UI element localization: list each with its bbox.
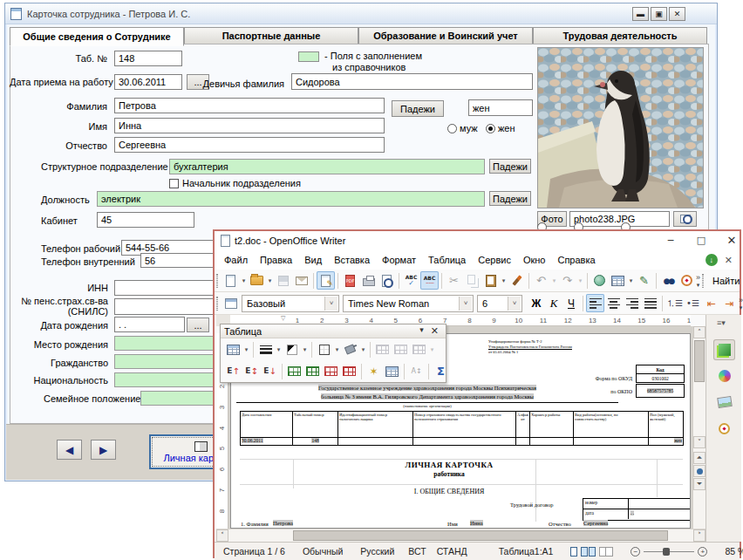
- navigator-icon[interactable]: [678, 271, 696, 290]
- align-right-icon[interactable]: [623, 294, 641, 312]
- scroll-left-icon[interactable]: ˂: [216, 529, 228, 542]
- insert-table-icon[interactable]: [224, 340, 242, 359]
- redo-dropdown[interactable]: [576, 271, 584, 290]
- italic-button[interactable]: К: [545, 295, 562, 312]
- status-zoom-value[interactable]: 85 %: [716, 546, 743, 557]
- prev-record-button[interactable]: ◀: [57, 440, 82, 460]
- status-page-style[interactable]: Обычный: [294, 546, 351, 557]
- toolbar-grip[interactable]: [216, 274, 218, 288]
- middle-name-field[interactable]: Сергеевна: [114, 137, 385, 153]
- tab-passport[interactable]: Паспортные данные: [184, 27, 358, 44]
- open-icon[interactable]: [248, 271, 266, 290]
- position-field[interactable]: электрик: [97, 191, 485, 207]
- export-pdf-icon[interactable]: PDF: [341, 271, 359, 290]
- spellcheck-icon[interactable]: ABC✓: [402, 271, 420, 290]
- new-document-icon[interactable]: [222, 271, 240, 290]
- gender-female-radio[interactable]: жен: [486, 123, 515, 133]
- increase-indent-icon[interactable]: ⇥: [720, 294, 739, 312]
- zoom-out-icon[interactable]: −: [631, 547, 640, 557]
- indent-marker-icon[interactable]: ▽: [281, 315, 285, 322]
- find-toolbar-grip[interactable]: [702, 274, 704, 288]
- scroll-right-icon[interactable]: ˃: [693, 529, 706, 542]
- update-available-icon[interactable]: ↓: [706, 254, 718, 266]
- table-dropdown[interactable]: [627, 271, 635, 290]
- horizontal-scrollbar[interactable]: ˂ ˃: [216, 529, 706, 542]
- autoformat-icon[interactable]: ✶: [365, 362, 383, 380]
- hyperlink-icon[interactable]: [590, 271, 609, 290]
- table-icon[interactable]: [609, 271, 627, 290]
- numbered-list-icon[interactable]: ⒈☰: [665, 294, 684, 312]
- zoom-in-icon[interactable]: +: [698, 547, 707, 557]
- department-field[interactable]: бухгалтерия: [169, 159, 485, 174]
- writer-close-button[interactable]: ✕: [719, 231, 743, 249]
- sidebar-settings-icon[interactable]: ≡▾: [717, 318, 726, 327]
- decrease-indent-icon[interactable]: ⇤: [702, 294, 720, 312]
- menu-table[interactable]: Таблица: [422, 253, 472, 267]
- open-dropdown[interactable]: [266, 271, 274, 290]
- sidebar-styles-icon[interactable]: [713, 365, 735, 386]
- toolbar-grip[interactable]: [216, 297, 218, 311]
- toolbar-overflow[interactable]: »▾: [696, 271, 700, 290]
- paste-icon[interactable]: [481, 271, 500, 290]
- background-color-icon[interactable]: [341, 340, 359, 359]
- new-dropdown[interactable]: [240, 271, 248, 290]
- font-size-select[interactable]: 6˅: [477, 295, 522, 312]
- border-color-icon[interactable]: [283, 340, 301, 359]
- split-cells-icon[interactable]: [392, 340, 410, 359]
- align-center-vertical-icon[interactable]: Е↕: [242, 362, 261, 380]
- cases-button-dept[interactable]: Падежи: [489, 159, 531, 174]
- optimize-icon[interactable]: [410, 340, 428, 359]
- delete-row-icon[interactable]: [322, 362, 340, 380]
- status-selection-mode[interactable]: СТАНД: [432, 546, 473, 557]
- tab-no-field[interactable]: 148: [114, 51, 182, 66]
- status-language[interactable]: Русский: [351, 546, 403, 557]
- cut-icon[interactable]: ✂: [445, 271, 463, 290]
- formatting-overflow[interactable]: »▾: [739, 294, 743, 313]
- undo-dropdown[interactable]: [550, 271, 558, 290]
- line-style-icon[interactable]: [256, 340, 275, 359]
- room-field[interactable]: 45: [97, 212, 194, 228]
- cases-button-name[interactable]: Падежи: [392, 100, 444, 117]
- menu-edit[interactable]: Правка: [254, 253, 298, 267]
- edit-file-icon[interactable]: ✎: [317, 271, 335, 290]
- writer-maximize-button[interactable]: □: [688, 231, 714, 249]
- bold-button[interactable]: Ж: [528, 295, 545, 312]
- scroll-down-icon[interactable]: ˅: [693, 436, 706, 448]
- sidebar-properties-icon[interactable]: [713, 339, 735, 360]
- vertical-scrollbar[interactable]: ˄ ˅ ⏶ ⏷: [692, 326, 706, 529]
- paragraph-style-select[interactable]: Базовый˅: [242, 295, 339, 312]
- tab-general[interactable]: Общие сведения о Сотруднике: [10, 27, 184, 46]
- table-properties-icon[interactable]: [383, 362, 401, 380]
- menu-tools[interactable]: Сервис: [472, 253, 517, 267]
- redo-icon[interactable]: ↷: [558, 271, 576, 290]
- bullet-list-icon[interactable]: •☰: [684, 294, 702, 312]
- align-left-icon[interactable]: [586, 294, 604, 312]
- view-multi-page-icon[interactable]: [581, 547, 596, 557]
- insert-row-icon[interactable]: [285, 362, 303, 380]
- close-button[interactable]: ✕: [669, 7, 685, 21]
- photo-load-button[interactable]: [673, 211, 697, 227]
- previous-page-icon[interactable]: ⏶: [693, 452, 706, 464]
- clone-formatting-icon[interactable]: [508, 271, 526, 290]
- paste-dropdown[interactable]: [500, 271, 508, 290]
- sidebar-navigator-icon[interactable]: [713, 418, 735, 439]
- minimize-button[interactable]: ▬: [632, 7, 649, 21]
- menu-insert[interactable]: Вставка: [328, 253, 376, 267]
- sidebar-gallery-icon[interactable]: [713, 392, 735, 413]
- first-name-field[interactable]: Инна: [114, 118, 385, 133]
- status-insert-mode[interactable]: ВСТ: [403, 546, 431, 557]
- sum-icon[interactable]: Σ: [432, 362, 450, 380]
- align-justify-icon[interactable]: [641, 294, 659, 312]
- copy-icon[interactable]: [463, 271, 481, 290]
- underline-button[interactable]: Ч: [562, 295, 580, 312]
- page-preview-icon[interactable]: [378, 271, 396, 290]
- gender-male-radio[interactable]: муж: [447, 123, 478, 133]
- autospellcheck-icon[interactable]: ABC~~~: [420, 271, 439, 290]
- undo-icon[interactable]: ↶: [532, 271, 550, 290]
- email-icon[interactable]: [292, 271, 310, 290]
- styles-icon[interactable]: [222, 294, 240, 312]
- tab-education[interactable]: Образование и Воинский учет: [358, 27, 533, 44]
- phone-internal-field[interactable]: 56: [140, 253, 221, 268]
- hscroll-thumb[interactable]: [293, 530, 668, 541]
- last-name-field[interactable]: Петрова: [114, 98, 385, 113]
